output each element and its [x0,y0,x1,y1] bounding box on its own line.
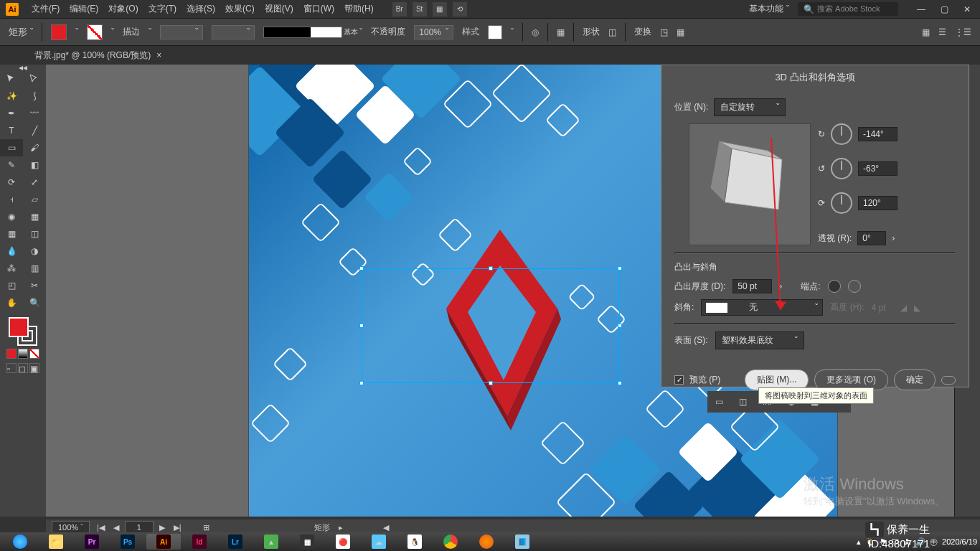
direct-selection-tool[interactable] [23,70,46,88]
last-page-button[interactable]: ▶| [171,522,184,534]
task-media[interactable]: ▦ [290,534,324,550]
prev-page-button[interactable]: ◀ [110,522,122,534]
task-explorer[interactable]: 📁 [39,534,73,550]
eraser-tool[interactable]: ◧ [23,156,46,174]
depth-input[interactable]: 50 pt [732,279,772,293]
scale-tool[interactable]: ⤢ [23,174,46,191]
scrollbar-left[interactable]: ◀ [383,523,389,532]
stock-search[interactable]: 🔍 搜索 Adobe Stock [798,2,898,16]
brush-tool[interactable]: 🖌 [23,139,46,156]
angle-dial-x[interactable] [831,123,852,145]
first-page-button[interactable]: |◀ [94,522,108,534]
zoom-tool[interactable]: 🔍 [23,294,46,311]
line-tool[interactable]: ╱ [23,122,46,139]
edit-mode-icon[interactable]: ▭ [715,397,723,407]
document-tab[interactable]: 背景.jpg* @ 100% (RGB/预览) × [27,47,169,65]
transform-label[interactable]: 变换 [634,26,651,38]
gpu-icon[interactable]: ⟲ [453,2,467,17]
selection-handle[interactable] [618,381,622,385]
curvature-tool[interactable]: 〰 [23,105,46,122]
shape-builder-tool[interactable]: ◉ [0,208,23,225]
task-chrome[interactable] [433,534,468,550]
next-page-button[interactable]: ▶ [156,522,168,534]
position-dropdown[interactable]: 自定旋转 ˇ [714,98,786,116]
stock-icon[interactable]: St [413,2,427,17]
menu-type[interactable]: 文字(T) [144,1,181,17]
angle-x-input[interactable]: -144° [858,127,897,141]
menu-file[interactable]: 文件(F) [27,1,64,17]
transform-icon2[interactable]: ▦ [677,27,684,37]
menu-window[interactable]: 窗口(W) [299,1,339,17]
menu-edit[interactable]: 编辑(E) [65,1,103,17]
symbol-spray-tool[interactable]: ⁂ [0,260,23,277]
shape-label[interactable]: 形状 [583,26,600,38]
selection-handle[interactable] [359,324,364,328]
artboard-tool[interactable]: ◰ [0,277,23,294]
ok-button[interactable]: 确定 [894,369,936,390]
fill-stroke-indicator[interactable] [9,317,37,346]
status-expand-icon[interactable]: ▸ [339,523,343,532]
selection-handle[interactable] [618,266,622,270]
graphic-style-swatch[interactable] [488,25,502,39]
more-icon[interactable]: ⋮☰ [955,27,971,37]
fill-indicator[interactable] [9,317,29,337]
prefs-icon[interactable]: ☰ [938,27,946,37]
depth-stepper[interactable]: › [779,281,782,291]
minimize-button[interactable]: — [914,2,928,17]
rotation-preview[interactable] [689,123,811,245]
lasso-tool[interactable]: ⟆ [23,88,46,105]
menu-object[interactable]: 对象(O) [104,1,142,17]
nav-icon[interactable]: ⊞ [203,523,209,532]
tray-date[interactable]: 2020/6/19 [942,537,977,546]
task-lightroom[interactable]: Lr [218,534,253,550]
shaper-tool[interactable]: ✎ [0,156,23,174]
task-app-green[interactable]: ▲ [254,534,288,550]
chevron-down-icon[interactable]: ˇ [149,27,151,37]
cap-off-icon[interactable] [848,280,861,293]
cancel-button[interactable] [941,376,956,385]
preview-checkbox[interactable] [674,375,684,385]
stroke-profile-dropdown[interactable]: ˇ [212,25,255,39]
recolor-icon[interactable]: ◎ [532,27,539,37]
angle-y-input[interactable]: -63° [858,161,897,176]
transform-icon1[interactable]: ◳ [660,27,668,37]
draw-behind[interactable]: ◻ [18,363,28,373]
chevron-down-icon[interactable]: ˇ [511,27,514,37]
stroke-weight-dropdown[interactable]: ˇ [160,25,203,39]
tray-ime-icon[interactable]: ㊥ [930,537,938,547]
width-tool[interactable]: ⫞ [0,191,23,208]
blend-tool[interactable]: ◑ [23,242,46,260]
selection-handle[interactable] [359,381,364,385]
none-mode[interactable] [29,349,39,359]
type-tool[interactable]: T [0,122,23,139]
shape-panel-icon[interactable]: ◫ [608,27,616,37]
doc-setup-icon[interactable]: ▦ [922,27,930,37]
angle-dial-y[interactable] [831,158,852,179]
gradient-tool[interactable]: ◫ [23,225,46,242]
toolbox-expand[interactable]: ◂◂ [10,65,36,70]
chevron-down-icon[interactable]: ˇ [111,27,114,37]
rectangle-tool[interactable]: ▭ [0,139,23,156]
close-button[interactable]: ✕ [960,2,974,17]
workspace-switcher[interactable]: 基本功能 ˇ [749,3,789,15]
menu-select[interactable]: 选择(S) [182,1,220,17]
free-transform-tool[interactable]: ▱ [23,191,46,208]
perspective-tool[interactable]: ▦ [23,208,46,225]
selection-tool[interactable] [0,70,23,88]
surface-dropdown[interactable]: 塑料效果底纹 ˇ [715,331,804,349]
menu-view[interactable]: 视图(V) [260,1,298,17]
task-app-red[interactable]: 🔴 [326,534,360,550]
angle-z-input[interactable]: 120° [858,196,897,210]
maximize-button[interactable]: ▢ [937,2,951,17]
align-icon[interactable]: ▦ [557,27,565,37]
isolate-icon[interactable]: ◫ [739,397,747,407]
bevel-dropdown[interactable]: 无 ˇ [701,299,823,316]
task-browser[interactable] [3,534,37,550]
magic-wand-tool[interactable]: ✨ [0,88,23,105]
tray-expand-icon[interactable]: ▴ [857,537,861,547]
slice-tool[interactable]: ✂ [23,277,46,294]
draw-inside[interactable]: ▣ [29,363,39,373]
task-illustrator[interactable]: Ai [146,534,181,550]
task-photoshop[interactable]: Ps [110,534,145,550]
task-firefox[interactable] [469,534,504,550]
